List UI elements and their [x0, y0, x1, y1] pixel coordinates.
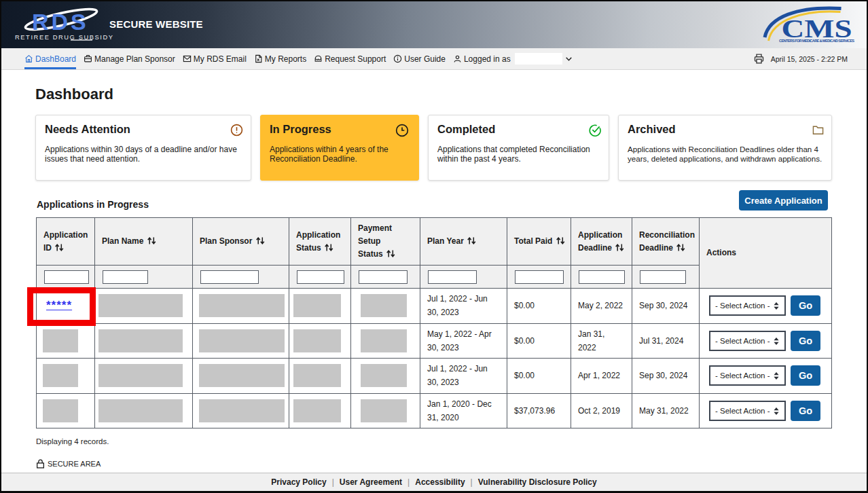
svg-text:RETIREE DRUG SUBSIDY: RETIREE DRUG SUBSIDY: [15, 34, 114, 41]
svg-text:CENTERS FOR MEDICARE & MEDICAI: CENTERS FOR MEDICARE & MEDICAID SERVICES: [779, 39, 854, 43]
svg-text:RDS: RDS: [32, 9, 89, 35]
